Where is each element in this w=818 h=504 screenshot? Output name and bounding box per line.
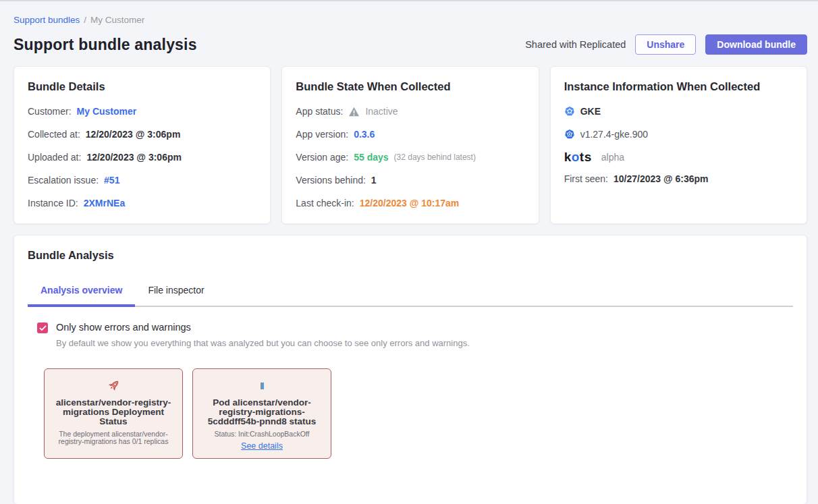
kots-logo: kots [564,150,592,164]
see-details-link[interactable]: See details [241,441,283,451]
download-bundle-button[interactable]: Download bundle [705,34,807,55]
breadcrumb: Support bundles / My Customer [13,15,807,25]
bundle-state-title: Bundle State When Collected [296,80,524,93]
bundle-analysis-title: Bundle Analysis [28,249,793,262]
app-version-row: App version: 0.3.6 [296,128,524,141]
kots-row: kots alpha [564,150,793,164]
tab-file-inspector[interactable]: File inspector [135,279,217,307]
page-title: Support bundle analysis [13,36,197,54]
rocket-icon [51,378,176,394]
header-actions: Shared with Replicated Unshare Download … [525,34,807,55]
escalation-issue-label: Escalation issue: [28,173,99,187]
kots-channel-tag: alpha [601,150,624,164]
k8s-version-value: v1.27.4-gke.900 [580,128,648,141]
kots-k: k [564,150,572,164]
version-age-value: 55 days [354,150,388,164]
breadcrumb-link-support-bundles[interactable]: Support bundles [13,15,80,25]
filter-label: Only show errors and warnings [56,321,470,333]
version-age-note: (32 days behind latest) [394,150,476,164]
header: Support bundle analysis Shared with Repl… [13,34,807,55]
kots-o: o [572,150,580,164]
app-version-label: App version: [296,128,348,141]
app-status-value: Inactive [365,105,398,118]
distribution-row: GKE [564,105,793,118]
collected-at-row: Collected at: 12/20/2023 @ 3:06pm [28,128,256,141]
escalation-issue-link[interactable]: #51 [104,173,119,187]
uploaded-at-label: Uploaded at: [28,150,81,164]
instance-id-row: Instance ID: 2XMrNEa [28,196,256,210]
page: Support bundles / My Customer Support bu… [0,1,818,504]
last-checkin-label: Last check-in: [296,196,354,210]
bundle-state-card: Bundle State When Collected App status: … [281,66,539,224]
breadcrumb-separator: / [84,15,86,25]
instance-info-card: Instance Information When Collected GKE [550,66,807,224]
customer-label: Customer: [28,105,72,118]
filter-text-block: Only show errors and warnings By default… [56,321,470,348]
uploaded-at-row: Uploaded at: 12/20/2023 @ 3:06pm [28,150,256,164]
bundle-details-title: Bundle Details [28,80,256,93]
k8s-version-row: v1.27.4-gke.900 [564,128,793,141]
result-detail: Status: Init:CrashLoopBackOff [199,430,325,438]
info-cards-row: Bundle Details Customer: My Customer Col… [13,66,807,224]
shared-status-text: Shared with Replicated [525,39,626,50]
versions-behind-label: Versions behind: [296,173,366,187]
analysis-result-pod-status[interactable]: Pod alicenstar/vendor-registry-migration… [192,368,331,459]
filter-row: Only show errors and warnings By default… [28,321,793,348]
filter-description: By default we show you everything that w… [56,338,470,348]
pod-icon [199,378,325,394]
app-status-row: App status: Inactive [296,105,524,118]
unshare-button[interactable]: Unshare [635,34,696,55]
kubernetes-icon [564,129,575,140]
warning-icon [348,107,360,117]
instance-id-link[interactable]: 2XMrNEa [84,196,125,210]
last-checkin-row: Last check-in: 12/20/2023 @ 10:17am [296,196,524,210]
app-status-label: App status: [296,105,343,118]
tab-analysis-overview[interactable]: Analysis overview [28,279,135,307]
bundle-analysis-card: Bundle Analysis Analysis overview File i… [13,235,807,504]
analysis-result-deployment-status[interactable]: alicenstar/vendor-registry-migrations De… [44,368,183,459]
app-version-link[interactable]: 0.3.6 [354,128,375,141]
escalation-issue-row: Escalation issue: #51 [28,173,256,187]
only-errors-checkbox[interactable] [37,323,48,333]
versions-behind-row: Versions behind: 1 [296,173,524,187]
instance-info-title: Instance Information When Collected [564,80,793,93]
customer-row: Customer: My Customer [28,105,256,118]
result-title: alicenstar/vendor-registry-migrations De… [51,398,176,426]
customer-link[interactable]: My Customer [77,105,137,118]
kots-ts: ts [580,150,592,164]
result-title: Pod alicenstar/vendor-registry-migration… [199,398,325,426]
versions-behind-value: 1 [371,173,377,187]
bundle-details-card: Bundle Details Customer: My Customer Col… [13,66,271,224]
analysis-results: alicenstar/vendor-registry-migrations De… [28,368,793,459]
first-seen-value: 10/27/2023 @ 6:36pm [614,172,709,186]
result-detail: The deployment alicenstar/vendor-registr… [51,430,176,445]
collected-at-label: Collected at: [28,128,80,141]
uploaded-at-value: 12/20/2023 @ 3:06pm [86,150,182,164]
instance-id-label: Instance ID: [28,196,78,210]
breadcrumb-current: My Customer [90,15,144,25]
first-seen-row: First seen: 10/27/2023 @ 6:36pm [564,172,793,186]
version-age-row: Version age: 55 days (32 days behind lat… [296,150,524,164]
version-age-label: Version age: [296,150,348,164]
last-checkin-value: 12/20/2023 @ 10:17am [360,196,460,210]
analysis-tabs: Analysis overview File inspector [28,279,793,307]
distribution-value: GKE [580,105,601,118]
first-seen-label: First seen: [564,172,608,186]
collected-at-value: 12/20/2023 @ 3:06pm [86,128,181,141]
gke-distribution-icon [564,106,575,117]
